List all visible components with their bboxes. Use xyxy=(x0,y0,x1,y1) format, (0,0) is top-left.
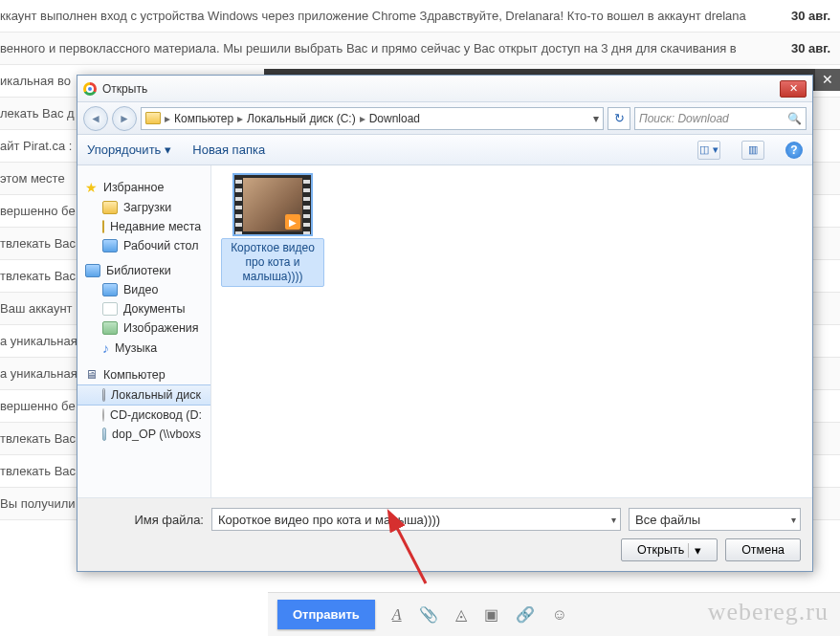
drive-icon xyxy=(102,388,105,402)
chevron-down-icon: ▾ xyxy=(165,143,171,157)
dialog-titlebar: Открыть ✕ xyxy=(77,76,812,102)
sidebar: ★Избранное Загрузки Недавние места Рабоч… xyxy=(77,165,211,497)
chevron-down-icon[interactable]: ▾ xyxy=(593,112,599,125)
folder-icon xyxy=(102,220,104,233)
filename-label: Имя файла: xyxy=(89,513,204,527)
nav-forward-button[interactable]: ► xyxy=(112,106,137,131)
cd-icon xyxy=(102,408,104,422)
file-open-dialog: Открыть ✕ ◄ ► ▸ Компьютер ▸ Локальный ди… xyxy=(77,75,813,572)
document-icon xyxy=(102,302,118,316)
mail-text: венного и первоклассного материала. Мы р… xyxy=(0,41,783,55)
sidebar-video[interactable]: Видео xyxy=(77,280,210,299)
filetype-filter[interactable]: Все файлы ▾ xyxy=(629,508,801,531)
file-item[interactable]: Короткое видео про кота и малыша)))) xyxy=(221,175,324,287)
search-placeholder: Поиск: Download xyxy=(639,112,729,125)
new-folder-button[interactable]: Новая папка xyxy=(192,143,265,157)
organize-menu[interactable]: Упорядочить ▾ xyxy=(87,143,171,157)
chevron-down-icon[interactable]: ▾ xyxy=(611,515,616,525)
filename-value: Короткое видео про кота и малыша)))) xyxy=(218,513,440,527)
preview-pane-button[interactable]: ▥ xyxy=(741,141,764,160)
video-thumbnail xyxy=(234,175,311,234)
photo-icon[interactable]: ▣ xyxy=(484,605,498,624)
folder-icon xyxy=(145,112,161,124)
modal-close-button[interactable]: ✕ xyxy=(815,69,840,91)
search-icon[interactable]: 🔍 xyxy=(787,112,802,125)
crumb[interactable]: Download xyxy=(369,112,420,125)
nav-back-button[interactable]: ◄ xyxy=(83,106,108,131)
help-icon[interactable]: ? xyxy=(785,142,803,159)
sidebar-desktop[interactable]: Рабочий стол xyxy=(77,236,210,255)
view-button[interactable]: ◫ ▾ xyxy=(697,141,720,160)
crumb[interactable]: Локальный диск (C:) xyxy=(247,112,356,125)
search-input[interactable]: Поиск: Download 🔍 xyxy=(634,107,807,130)
attach-icon[interactable]: 📎 xyxy=(419,605,438,624)
library-icon xyxy=(85,264,100,277)
sidebar-libraries[interactable]: Библиотеки xyxy=(77,261,210,280)
dialog-close-button[interactable]: ✕ xyxy=(780,80,807,98)
mail-date: 30 авг. xyxy=(783,9,830,23)
sidebar-images[interactable]: Изображения xyxy=(77,318,210,338)
sidebar-recent[interactable]: Недавние места xyxy=(77,217,210,236)
dialog-footer: Имя файла: Короткое видео про кота и мал… xyxy=(77,497,812,571)
link-icon[interactable]: 🔗 xyxy=(516,605,535,624)
sidebar-downloads[interactable]: Загрузки xyxy=(77,198,210,217)
cancel-button[interactable]: Отмена xyxy=(725,538,801,561)
chevron-down-icon[interactable]: ▾ xyxy=(791,515,796,525)
breadcrumb[interactable]: ▸ Компьютер ▸ Локальный диск (C:) ▸ Down… xyxy=(141,107,604,130)
desktop-icon xyxy=(102,239,118,252)
sidebar-network-drive[interactable]: dop_OP (\\vboxs xyxy=(77,425,210,444)
sidebar-local-disk[interactable]: Локальный диск xyxy=(77,384,210,406)
sidebar-computer[interactable]: 🖥Компьютер xyxy=(77,364,210,384)
video-icon xyxy=(102,283,118,296)
compose-toolbar: Отправить A 📎 ◬ ▣ 🔗 ☺ xyxy=(268,592,840,636)
dialog-title: Открыть xyxy=(102,82,147,96)
mail-row[interactable]: венного и первоклассного материала. Мы р… xyxy=(0,33,840,65)
chrome-icon xyxy=(83,82,97,96)
image-icon xyxy=(102,321,118,335)
crumb[interactable]: Компьютер xyxy=(174,112,233,125)
file-label: Короткое видео про кота и малыша)))) xyxy=(221,238,324,287)
sidebar-cd-drive[interactable]: CD-дисковод (D: xyxy=(77,406,210,425)
nav-row: ◄ ► ▸ Компьютер ▸ Локальный диск (C:) ▸ … xyxy=(77,102,812,135)
drive-icon[interactable]: ◬ xyxy=(455,605,467,624)
filename-input[interactable]: Короткое видео про кота и малыша)))) ▾ xyxy=(211,508,621,531)
sidebar-documents[interactable]: Документы xyxy=(77,299,210,318)
folder-icon xyxy=(102,201,118,214)
computer-icon: 🖥 xyxy=(85,367,98,382)
sidebar-favorites[interactable]: ★Избранное xyxy=(77,177,210,198)
sidebar-music[interactable]: ♪Музыка xyxy=(77,338,210,359)
star-icon: ★ xyxy=(85,180,98,195)
mail-row[interactable]: ккаунт выполнен вход с устройства Window… xyxy=(0,0,840,33)
open-button[interactable]: Открыть ▾ xyxy=(621,538,718,561)
refresh-button[interactable]: ↻ xyxy=(608,107,630,130)
emoji-icon[interactable]: ☺ xyxy=(552,606,567,624)
network-drive-icon xyxy=(102,428,106,441)
file-pane[interactable]: Короткое видео про кота и малыша)))) xyxy=(211,165,812,497)
format-icon[interactable]: A xyxy=(392,606,402,624)
music-icon: ♪ xyxy=(102,340,109,356)
mail-text: ккаунт выполнен вход с устройства Window… xyxy=(0,9,783,23)
dialog-toolbar: Упорядочить ▾ Новая папка ◫ ▾ ▥ ? xyxy=(77,135,812,165)
send-button[interactable]: Отправить xyxy=(277,600,375,629)
mail-date: 30 авг. xyxy=(783,41,830,55)
